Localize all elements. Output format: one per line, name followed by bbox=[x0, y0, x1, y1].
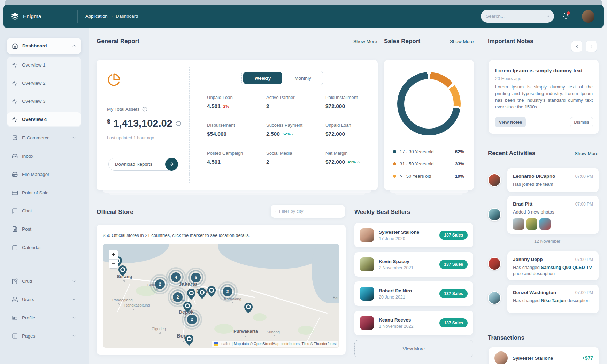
product-link[interactable]: Samsung Q90 QLED TV bbox=[541, 265, 592, 270]
map-pin-marker[interactable] bbox=[207, 286, 216, 297]
activity-icon bbox=[12, 98, 18, 104]
zoom-out-button[interactable]: − bbox=[109, 259, 118, 268]
breadcrumb-dashboard[interactable]: Dashboard bbox=[116, 14, 138, 19]
map-pin-marker[interactable] bbox=[244, 303, 253, 313]
activity-time: 07:00 PM bbox=[575, 202, 593, 207]
seller-name: Kevin Spacey bbox=[379, 259, 413, 264]
refresh-icon[interactable] bbox=[176, 121, 182, 126]
city-label: Pama bbox=[333, 295, 339, 300]
seller-row[interactable]: Kevin Spacey 2 November 2021 137 Sales bbox=[354, 252, 473, 277]
map-cluster-marker[interactable]: 2 bbox=[223, 287, 232, 296]
activities-show-more[interactable]: Show More bbox=[575, 151, 598, 156]
search-box bbox=[481, 10, 554, 23]
sidebar-item-crud[interactable]: Crud bbox=[7, 274, 81, 288]
chevron-left-icon bbox=[575, 44, 579, 49]
seller-row[interactable]: Sylvester Stallone 17 June 2020 137 Sale… bbox=[354, 223, 473, 247]
search-input[interactable] bbox=[486, 14, 547, 19]
download-arrow-button[interactable] bbox=[165, 158, 178, 171]
sidebar-item-pages[interactable]: Pages bbox=[7, 329, 81, 343]
stat-unpaid-loan-2: Unpaid Loan $72.000 bbox=[325, 123, 383, 137]
map-pin-marker[interactable] bbox=[198, 288, 206, 299]
breadcrumb-application[interactable]: Application bbox=[85, 14, 108, 19]
notification-badge bbox=[567, 11, 570, 15]
seller-row[interactable]: Robert De Niro 20 June 2021 137 Sales bbox=[354, 281, 473, 306]
product-link[interactable]: Nike Tanjun bbox=[541, 298, 566, 303]
dismiss-button[interactable]: Dismiss bbox=[570, 117, 593, 127]
trend-down-badge[interactable]: 2% bbox=[223, 104, 234, 108]
photo-thumbnail[interactable] bbox=[539, 218, 551, 230]
map-pin-marker[interactable] bbox=[185, 335, 193, 346]
sidebar-item-chat[interactable]: Chat bbox=[7, 204, 81, 218]
sidebar-item-dashboard[interactable]: Dashboard bbox=[7, 38, 81, 54]
activity-card: Leonardo DiCaprio 07:00 PM Has joined th… bbox=[507, 168, 599, 192]
seller-photo bbox=[360, 228, 374, 242]
sidebar-item-overview-3[interactable]: Overview 3 bbox=[7, 94, 81, 108]
avatar bbox=[488, 208, 501, 221]
sidebar-item-file-manager[interactable]: File Manager bbox=[7, 167, 81, 181]
user-avatar[interactable] bbox=[582, 10, 594, 23]
seller-row[interactable]: Keanu Reeves 1 November 2022 137 Sales bbox=[354, 311, 473, 335]
info-icon[interactable] bbox=[142, 107, 147, 112]
notifications-button[interactable] bbox=[562, 12, 569, 21]
map-cluster-marker[interactable]: 2 bbox=[155, 279, 165, 289]
transaction-row[interactable]: Sylvester Stallone +$77 bbox=[489, 347, 599, 364]
sidebar-item-e-commerce[interactable]: E-Commerce bbox=[7, 131, 81, 145]
seller-date: 1 November 2022 bbox=[379, 324, 413, 329]
sidebar-item-calendar[interactable]: Calendar bbox=[7, 240, 81, 254]
map-pin-marker[interactable] bbox=[187, 289, 195, 300]
map-cluster-marker[interactable]: 2 bbox=[173, 292, 183, 302]
trend-up-badge[interactable]: 52% bbox=[283, 132, 295, 136]
activity-card: Johnny Depp 07:00 PM Has changed Samsung… bbox=[507, 251, 599, 280]
general-report-show-more[interactable]: Show More bbox=[353, 39, 377, 44]
leaflet-link[interactable]: Leaflet bbox=[219, 342, 230, 346]
notes-next-button[interactable] bbox=[586, 41, 597, 52]
weekly-tab[interactable]: Weekly bbox=[243, 72, 282, 84]
map-pin-marker[interactable] bbox=[183, 302, 192, 312]
trend-up-badge[interactable]: 49% bbox=[348, 160, 360, 164]
sales-badge: 137 Sales bbox=[439, 231, 468, 240]
age-donut-chart[interactable] bbox=[397, 72, 461, 135]
sidebar-item-label: Calendar bbox=[22, 245, 41, 250]
chevron-up-icon bbox=[291, 132, 295, 136]
map-cluster-marker[interactable]: 4 bbox=[171, 272, 181, 282]
card-divider bbox=[189, 67, 190, 183]
last-updated-text: Last updated 1 hour ago bbox=[107, 135, 154, 140]
sidebar-item-users[interactable]: Users bbox=[7, 292, 81, 306]
notes-prev-button[interactable] bbox=[571, 41, 582, 52]
sales-report-show-more[interactable]: Show More bbox=[450, 39, 474, 44]
sidebar-item-inbox[interactable]: Inbox bbox=[7, 149, 81, 163]
note-body: Lorem Ipsum is simply dummy text of the … bbox=[495, 84, 593, 110]
zoom-in-button[interactable]: + bbox=[109, 250, 118, 259]
avatar bbox=[494, 351, 508, 364]
photo-thumbnail[interactable] bbox=[513, 218, 524, 230]
sidebar-item-profile[interactable]: Profile bbox=[7, 311, 81, 325]
map-pin-marker[interactable] bbox=[118, 265, 127, 276]
view-more-button[interactable]: View More bbox=[354, 340, 473, 357]
monthly-tab[interactable]: Monthly bbox=[284, 76, 322, 81]
leaflet-map[interactable]: Serang Balaraja Jakarta Bekasi Karawang … bbox=[103, 244, 339, 348]
search-icon[interactable] bbox=[547, 13, 549, 19]
chevron-down-icon bbox=[72, 334, 76, 338]
village-dot bbox=[133, 309, 135, 310]
view-notes-button[interactable]: View Notes bbox=[495, 117, 526, 127]
card-stack-strip bbox=[390, 190, 468, 193]
stat-success-payment: Success Payment 2.500 52% bbox=[266, 123, 324, 137]
seller-name: Robert De Niro bbox=[379, 288, 412, 293]
message-square-icon bbox=[12, 208, 18, 214]
map-cluster-marker[interactable]: 5 bbox=[191, 273, 201, 282]
sidebar-item-point-of-sale[interactable]: Point of Sale bbox=[7, 186, 81, 200]
sidebar-item-overview-2[interactable]: Overview 2 bbox=[7, 76, 81, 90]
map-cluster-marker[interactable]: 2 bbox=[187, 315, 197, 324]
sidebar-item-label: Overview 3 bbox=[22, 99, 46, 104]
shopping-bag-icon bbox=[12, 135, 18, 141]
activity-card: Brad Pitt 07:00 PM Added 3 new photos bbox=[507, 196, 599, 234]
sidebar-item-overview-1[interactable]: Overview 1 bbox=[7, 58, 81, 72]
filter-by-city-input[interactable] bbox=[279, 209, 340, 214]
brand[interactable]: Enigma bbox=[3, 13, 77, 20]
sidebar-item-overview-4[interactable]: Overview 4 bbox=[7, 112, 81, 126]
sidebar-item-label: Overview 2 bbox=[22, 80, 46, 86]
sidebar-item-post[interactable]: Post bbox=[7, 222, 81, 236]
photo-thumbnail[interactable] bbox=[526, 218, 537, 230]
total-assets-label: My Total Assets bbox=[107, 107, 147, 112]
stat-active-partner: Active Partner 2 bbox=[266, 95, 324, 109]
